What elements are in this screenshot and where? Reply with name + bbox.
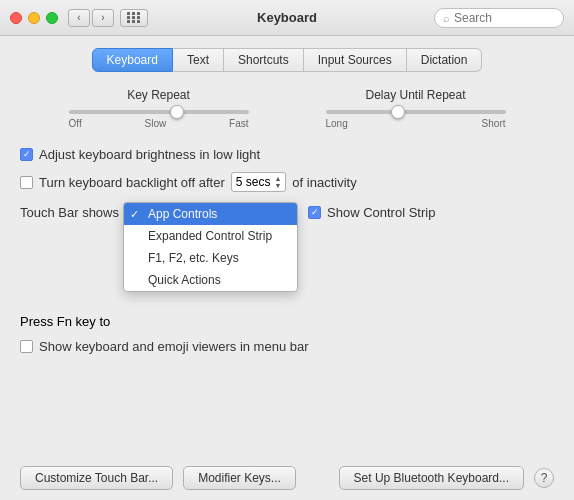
search-input[interactable] xyxy=(454,11,555,25)
search-icon: ⌕ xyxy=(443,12,450,24)
close-button[interactable] xyxy=(10,12,22,24)
tab-text[interactable]: Text xyxy=(173,48,224,72)
backlight-stepper[interactable]: 5 secs ▲ ▼ xyxy=(231,172,287,192)
stepper-down-icon[interactable]: ▼ xyxy=(274,182,281,189)
stepper-arrows: ▲ ▼ xyxy=(274,175,281,189)
help-button[interactable]: ? xyxy=(534,468,554,488)
back-icon: ‹ xyxy=(77,12,80,23)
key-repeat-track[interactable] xyxy=(69,110,249,114)
tab-shortcuts[interactable]: Shortcuts xyxy=(224,48,304,72)
traffic-lights xyxy=(10,12,58,24)
touchbar-dropdown-menu: ✓ App Controls Expanded Control Strip F1… xyxy=(123,202,298,292)
nav-arrows: ‹ › xyxy=(68,9,114,27)
delay-short: Short xyxy=(482,118,506,129)
touchbar-shows-label: Touch Bar shows xyxy=(20,202,119,220)
footer-left: Customize Touch Bar... Modifier Keys... xyxy=(20,466,296,490)
press-fn-row: Press Fn key to xyxy=(20,314,554,329)
adjust-brightness-row: Adjust keyboard brightness in low light xyxy=(20,147,554,162)
delay-long: Long xyxy=(326,118,348,129)
footer: Customize Touch Bar... Modifier Keys... … xyxy=(0,456,574,500)
press-fn-label: Press Fn key to xyxy=(20,314,110,329)
key-repeat-off: Off xyxy=(69,118,82,129)
minimize-button[interactable] xyxy=(28,12,40,24)
turn-off-backlight-row: Turn keyboard backlight off after 5 secs… xyxy=(20,172,554,192)
tab-keyboard[interactable]: Keyboard xyxy=(92,48,173,72)
dropdown-item-expanded-control[interactable]: Expanded Control Strip xyxy=(124,225,297,247)
turn-off-backlight-label: Turn keyboard backlight off after xyxy=(39,175,225,190)
tabs: Keyboard Text Shortcuts Input Sources Di… xyxy=(20,48,554,72)
maximize-button[interactable] xyxy=(46,12,58,24)
delay-repeat-thumb[interactable] xyxy=(391,105,405,119)
key-repeat-group: Key Repeat Off Slow Fast xyxy=(30,88,287,129)
tab-input-sources[interactable]: Input Sources xyxy=(304,48,407,72)
footer-right: Set Up Bluetooth Keyboard... ? xyxy=(339,466,554,490)
back-button[interactable]: ‹ xyxy=(68,9,90,27)
show-emoji-row: Show keyboard and emoji viewers in menu … xyxy=(20,339,554,354)
show-emoji-checkbox[interactable] xyxy=(20,340,33,353)
grid-icon xyxy=(127,12,141,23)
titlebar: ‹ › Keyboard ⌕ xyxy=(0,0,574,36)
adjust-brightness-checkbox[interactable] xyxy=(20,148,33,161)
sliders-row: Key Repeat Off Slow Fast Delay Until Rep… xyxy=(20,88,554,129)
customize-touch-bar-button[interactable]: Customize Touch Bar... xyxy=(20,466,173,490)
forward-button[interactable]: › xyxy=(92,9,114,27)
key-repeat-fast: Fast xyxy=(229,118,248,129)
tab-dictation[interactable]: Dictation xyxy=(407,48,483,72)
dropdown-item-label: App Controls xyxy=(148,207,217,221)
adjust-brightness-label: Adjust keyboard brightness in low light xyxy=(39,147,260,162)
dropdown-item-label: Quick Actions xyxy=(148,273,221,287)
forward-icon: › xyxy=(101,12,104,23)
touchbar-dropdown-container: App Controls ▼ ✓ App Controls Expanded C… xyxy=(123,202,298,224)
dropdown-item-app-controls[interactable]: ✓ App Controls xyxy=(124,203,297,225)
dropdown-item-quick-actions[interactable]: Quick Actions xyxy=(124,269,297,291)
grid-button[interactable] xyxy=(120,9,148,27)
show-control-strip-row: Show Control Strip xyxy=(308,202,435,220)
backlight-value: 5 secs xyxy=(236,175,271,189)
delay-repeat-group: Delay Until Repeat Long Short xyxy=(287,88,544,129)
search-box[interactable]: ⌕ xyxy=(434,8,564,28)
stepper-up-icon[interactable]: ▲ xyxy=(274,175,281,182)
dropdown-item-label: Expanded Control Strip xyxy=(148,229,272,243)
show-emoji-label: Show keyboard and emoji viewers in menu … xyxy=(39,339,309,354)
touchbar-row: Touch Bar shows App Controls ▼ ✓ App Con… xyxy=(20,202,554,224)
modifier-keys-button[interactable]: Modifier Keys... xyxy=(183,466,296,490)
key-repeat-thumb[interactable] xyxy=(170,105,184,119)
set-up-bluetooth-button[interactable]: Set Up Bluetooth Keyboard... xyxy=(339,466,524,490)
key-repeat-label: Key Repeat xyxy=(127,88,190,102)
key-repeat-slow: Slow xyxy=(145,118,167,129)
content: Keyboard Text Shortcuts Input Sources Di… xyxy=(0,36,574,374)
window-title: Keyboard xyxy=(257,10,317,25)
delay-repeat-track[interactable] xyxy=(326,110,506,114)
show-control-strip-checkbox[interactable] xyxy=(308,206,321,219)
checkmark-icon: ✓ xyxy=(130,208,139,221)
main-area: Keyboard Text Shortcuts Input Sources Di… xyxy=(0,36,574,500)
dropdown-item-f1-keys[interactable]: F1, F2, etc. Keys xyxy=(124,247,297,269)
turn-off-backlight-checkbox[interactable] xyxy=(20,176,33,189)
delay-repeat-label: Delay Until Repeat xyxy=(365,88,465,102)
delay-repeat-labels: Long Short xyxy=(326,118,506,129)
inactivity-label: of inactivity xyxy=(292,175,356,190)
key-repeat-labels: Off Slow Fast xyxy=(69,118,249,129)
dropdown-item-label: F1, F2, etc. Keys xyxy=(148,251,239,265)
show-control-strip-label: Show Control Strip xyxy=(327,205,435,220)
